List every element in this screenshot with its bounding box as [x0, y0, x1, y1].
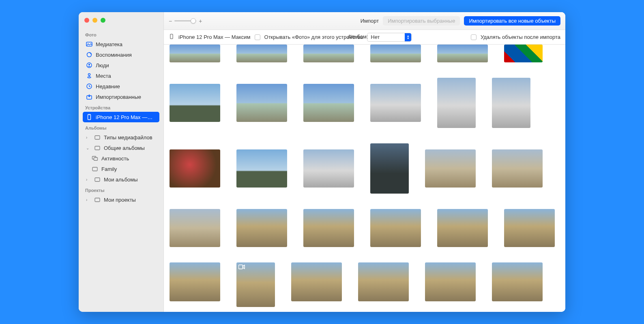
- chevron-right-icon[interactable]: ›: [86, 198, 90, 202]
- zoom-in-icon[interactable]: +: [199, 18, 202, 24]
- photo-thumb[interactable]: [170, 149, 220, 188]
- sidebar-item-label: Воспоминания: [96, 52, 132, 58]
- video-thumb[interactable]: [236, 262, 275, 307]
- sidebar-content: Фото Медиатека Воспоминания Люди: [79, 27, 163, 209]
- photo-thumb[interactable]: [303, 45, 354, 62]
- sidebar-item-recent[interactable]: Недавние: [83, 81, 159, 92]
- photo-thumb[interactable]: [370, 45, 421, 62]
- svg-point-5: [88, 64, 90, 66]
- sidebar-item-library[interactable]: Медиатека: [83, 39, 159, 49]
- phone-icon: [169, 34, 174, 40]
- photo-thumb[interactable]: [170, 262, 220, 301]
- album-selected-value: Нет: [371, 34, 380, 40]
- sidebar-item-media-types[interactable]: › Типы медиафайлов: [83, 132, 159, 143]
- photo-thumb[interactable]: [236, 45, 287, 62]
- photo-grid: [164, 45, 565, 312]
- zoom-slider[interactable]: − +: [169, 18, 202, 24]
- minimize-window-button[interactable]: [92, 18, 97, 23]
- sidebar-item-label: Общие альбомы: [104, 145, 145, 151]
- photo-thumb[interactable]: [358, 262, 409, 301]
- sidebar-item-label: Места: [96, 73, 111, 79]
- sidebar-item-label: Мои альбомы: [104, 177, 138, 183]
- svg-rect-20: [239, 265, 243, 269]
- svg-rect-10: [88, 115, 91, 120]
- sidebar-item-label: iPhone 12 Pro Max —…: [96, 114, 152, 120]
- photo-thumb[interactable]: [303, 149, 354, 188]
- svg-rect-17: [95, 178, 100, 181]
- window-controls: [79, 12, 163, 27]
- sidebar-item-family[interactable]: Family: [83, 164, 159, 174]
- photo-thumb[interactable]: [370, 84, 421, 122]
- delete-after-checkbox[interactable]: [471, 34, 477, 40]
- sidebar-item-activity[interactable]: Активность: [83, 153, 159, 164]
- import-all-new-button[interactable]: Импортировать все новые объекты: [464, 16, 560, 26]
- info-bar: iPhone 12 Pro Max — Максим Открывать «Фо…: [164, 30, 565, 45]
- sidebar-item-label: Медиатека: [96, 41, 122, 47]
- photo-thumb[interactable]: [504, 209, 555, 247]
- zoom-window-button[interactable]: [101, 18, 105, 23]
- photo-thumb[interactable]: [425, 149, 476, 188]
- photo-thumb[interactable]: [236, 84, 287, 122]
- photo-thumb[interactable]: [425, 262, 476, 301]
- chevron-right-icon[interactable]: ›: [86, 135, 90, 140]
- sidebar-item-memories[interactable]: Воспоминания: [83, 49, 159, 60]
- main-content: − + Импорт Импортировать выбранные Импор…: [164, 12, 565, 312]
- close-window-button[interactable]: [84, 18, 89, 23]
- grid-row: [170, 78, 560, 128]
- album-control: Альбом: Нет ▲▼: [367, 33, 412, 42]
- chevron-right-icon[interactable]: ›: [86, 177, 90, 182]
- imported-icon: [86, 94, 92, 100]
- chevron-down-icon[interactable]: ⌄: [86, 146, 90, 150]
- photo-thumb[interactable]: [291, 262, 342, 301]
- album-select[interactable]: Нет ▲▼: [367, 33, 412, 42]
- grid-row: [170, 143, 560, 194]
- sidebar-item-shared-albums[interactable]: ⌄ Общие альбомы: [83, 143, 159, 153]
- sidebar-item-my-projects[interactable]: › Мои проекты: [83, 194, 159, 205]
- photo-thumb[interactable]: [236, 209, 287, 247]
- sidebar-item-label: Мои проекты: [104, 197, 136, 203]
- folder-icon: [94, 145, 101, 151]
- folder-icon: [94, 134, 101, 141]
- photo-thumb[interactable]: [437, 209, 488, 247]
- svg-rect-19: [170, 34, 173, 38]
- svg-point-6: [88, 74, 90, 76]
- photo-thumb[interactable]: [236, 149, 287, 188]
- photo-thumb[interactable]: [492, 78, 530, 128]
- svg-rect-15: [94, 158, 98, 160]
- sidebar-item-label: Family: [101, 166, 117, 172]
- folder-icon: [94, 196, 101, 203]
- toolbar-title: Импорт: [361, 18, 379, 24]
- phone-icon: [86, 114, 92, 120]
- sidebar-item-my-albums[interactable]: › Мои альбомы: [83, 174, 159, 185]
- device-name: iPhone 12 Pro Max — Максим: [178, 34, 251, 40]
- activity-icon: [92, 155, 98, 162]
- photo-thumb[interactable]: [492, 149, 543, 188]
- photo-thumb[interactable]: [303, 84, 354, 122]
- zoom-thumb[interactable]: [191, 18, 196, 23]
- video-icon: [238, 264, 246, 270]
- photo-thumb[interactable]: [437, 78, 476, 128]
- svg-rect-12: [95, 136, 100, 139]
- svg-rect-13: [95, 146, 100, 150]
- sidebar-item-places[interactable]: Места: [83, 70, 159, 81]
- people-icon: [86, 62, 92, 68]
- zoom-track[interactable]: [174, 20, 196, 21]
- sidebar-section-albums: Альбомы: [83, 122, 159, 132]
- places-icon: [86, 72, 92, 79]
- sidebar-item-people[interactable]: Люди: [83, 60, 159, 70]
- open-photos-checkbox[interactable]: [255, 34, 260, 40]
- photo-thumb[interactable]: [170, 209, 220, 247]
- photo-thumb[interactable]: [504, 45, 543, 62]
- sidebar-item-device[interactable]: iPhone 12 Pro Max —…: [83, 112, 159, 122]
- photo-thumb[interactable]: [370, 143, 409, 194]
- zoom-out-icon[interactable]: −: [169, 18, 172, 24]
- sidebar-item-imported[interactable]: Импортированные: [83, 92, 159, 102]
- photo-thumb[interactable]: [170, 84, 220, 122]
- folder-icon: [94, 176, 101, 183]
- photo-thumb[interactable]: [437, 45, 488, 62]
- photo-thumb[interactable]: [370, 209, 421, 247]
- import-selected-button[interactable]: Импортировать выбранные: [383, 16, 460, 26]
- photo-thumb[interactable]: [170, 45, 220, 62]
- photo-thumb[interactable]: [303, 209, 354, 247]
- photo-thumb[interactable]: [492, 262, 543, 301]
